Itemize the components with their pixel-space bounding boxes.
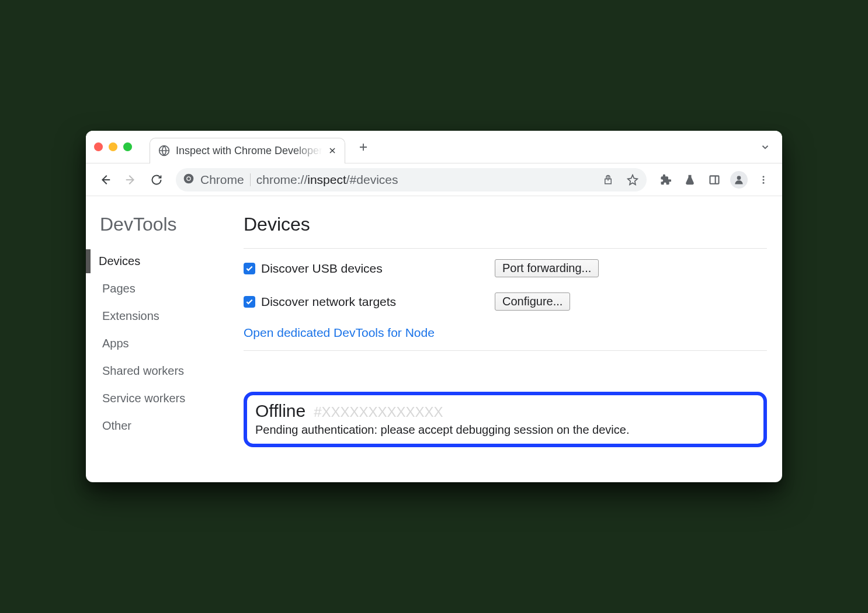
profile-button[interactable]	[728, 171, 749, 189]
minimize-window-button[interactable]	[109, 142, 117, 151]
svg-point-5	[737, 176, 741, 180]
toolbar: Chrome chrome://inspect/#devices	[86, 163, 782, 196]
tab-title: Inspect with Chrome Developer	[176, 145, 322, 157]
device-message: Pending authentication: please accept de…	[255, 423, 755, 437]
omnibox-url: chrome://inspect/#devices	[256, 173, 398, 187]
device-status: Offline	[255, 401, 305, 421]
new-tab-button[interactable]	[358, 142, 369, 152]
omnibox-separator	[250, 173, 251, 186]
sidebar: DevTools Devices Pages Extensions Apps S…	[86, 214, 226, 447]
extensions-icon[interactable]	[655, 174, 676, 186]
sidebar-title: DevTools	[94, 214, 226, 235]
labs-icon[interactable]	[679, 174, 700, 186]
browser-window: Inspect with Chrome Developer Chrome	[86, 131, 782, 482]
active-tab[interactable]: Inspect with Chrome Developer	[150, 138, 345, 163]
bookmark-star-icon[interactable]	[623, 174, 642, 186]
avatar-icon	[730, 171, 748, 189]
page-title: Devices	[244, 214, 767, 235]
titlebar: Inspect with Chrome Developer	[86, 131, 782, 163]
configure-button[interactable]: Configure...	[495, 292, 570, 311]
back-button[interactable]	[94, 169, 116, 191]
address-bar[interactable]: Chrome chrome://inspect/#devices	[176, 168, 647, 191]
menu-button[interactable]	[753, 175, 774, 185]
sidebar-item-extensions[interactable]: Extensions	[94, 304, 226, 328]
svg-point-7	[763, 179, 765, 180]
svg-point-3	[188, 177, 190, 180]
svg-point-6	[763, 176, 765, 177]
discover-network-label: Discover network targets	[261, 295, 396, 309]
device-status-box: Offline #XXXXXXXXXXXXX Pending authentic…	[244, 392, 767, 447]
forward-button[interactable]	[120, 169, 142, 191]
close-tab-button[interactable]	[328, 147, 336, 155]
main-panel: Devices Discover USB devices Port forwar…	[226, 214, 782, 447]
window-controls	[94, 142, 132, 151]
device-hash: #XXXXXXXXXXXXX	[314, 404, 443, 420]
discover-usb-label: Discover USB devices	[261, 262, 383, 276]
discover-network-checkbox[interactable]	[244, 296, 255, 308]
globe-icon	[158, 145, 170, 156]
sidebar-item-devices[interactable]: Devices	[86, 249, 226, 273]
port-forwarding-button[interactable]: Port forwarding...	[495, 259, 599, 277]
discover-usb-checkbox[interactable]	[244, 263, 255, 274]
sidebar-item-shared-workers[interactable]: Shared workers	[94, 359, 226, 383]
omnibox-chip-label: Chrome	[200, 173, 244, 187]
maximize-window-button[interactable]	[123, 142, 132, 151]
close-window-button[interactable]	[94, 142, 103, 151]
tabs-dropdown-button[interactable]	[760, 142, 770, 152]
share-icon[interactable]	[599, 175, 617, 185]
sidebar-item-service-workers[interactable]: Service workers	[94, 386, 226, 410]
open-devtools-node-link[interactable]: Open dedicated DevTools for Node	[244, 326, 435, 340]
sidebar-item-other[interactable]: Other	[94, 414, 226, 438]
sidebar-item-apps[interactable]: Apps	[94, 332, 226, 356]
svg-point-8	[763, 182, 765, 183]
svg-rect-4	[710, 176, 719, 183]
reload-button[interactable]	[145, 169, 168, 191]
chrome-icon	[183, 173, 195, 187]
side-panel-icon[interactable]	[704, 174, 725, 186]
page-content: DevTools Devices Pages Extensions Apps S…	[86, 196, 782, 482]
sidebar-item-pages[interactable]: Pages	[94, 277, 226, 301]
